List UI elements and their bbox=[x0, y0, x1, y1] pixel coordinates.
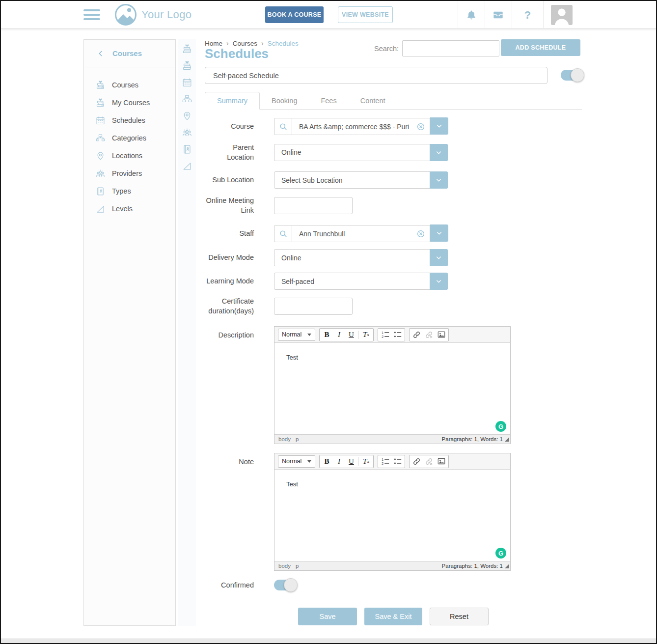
svg-text:2: 2 bbox=[382, 462, 383, 465]
bullet-list-button[interactable] bbox=[391, 329, 404, 341]
italic-button[interactable]: I bbox=[333, 455, 345, 468]
notifications-bell-icon[interactable] bbox=[465, 8, 478, 22]
link-button[interactable] bbox=[411, 455, 423, 468]
sidebar-item-types[interactable]: Types bbox=[84, 182, 175, 200]
numbered-list-button[interactable]: 12 bbox=[379, 329, 391, 341]
grammarly-icon[interactable]: G bbox=[495, 548, 506, 559]
tab-content[interactable]: Content bbox=[349, 92, 397, 110]
header-divider bbox=[485, 1, 485, 29]
remove-format-button[interactable]: Tx bbox=[360, 329, 372, 341]
rail-calendar-icon[interactable] bbox=[182, 77, 192, 88]
staff-dropdown-button[interactable] bbox=[430, 224, 448, 242]
format-select[interactable]: Normal bbox=[278, 329, 315, 341]
sidebar-back-header[interactable]: Courses bbox=[84, 40, 175, 67]
remove-format-button[interactable]: Tx bbox=[360, 455, 372, 468]
tab-summary[interactable]: Summary bbox=[205, 92, 260, 110]
bullet-list-button[interactable] bbox=[391, 455, 404, 468]
bold-button[interactable]: B bbox=[321, 329, 333, 341]
certificate-duration-input[interactable] bbox=[274, 298, 353, 315]
tab-booking[interactable]: Booking bbox=[260, 92, 309, 110]
path-body[interactable]: body bbox=[278, 436, 291, 442]
unlink-button[interactable] bbox=[423, 455, 435, 468]
bold-button[interactable]: B bbox=[321, 455, 333, 468]
sub-location-select[interactable]: Select Sub Location bbox=[274, 171, 448, 189]
rail-book-icon[interactable] bbox=[182, 144, 192, 155]
sub-location-dropdown-button[interactable] bbox=[430, 171, 448, 189]
delivery-mode-dropdown-button[interactable] bbox=[430, 249, 448, 266]
sidebar-item-schedules[interactable]: Schedules bbox=[84, 112, 175, 129]
toolbar-separator bbox=[358, 457, 359, 466]
underline-button[interactable]: U bbox=[345, 329, 357, 341]
path-body[interactable]: body bbox=[278, 563, 291, 569]
header-divider bbox=[458, 1, 458, 29]
course-dropdown-button[interactable] bbox=[430, 117, 448, 135]
element-path: body p bbox=[278, 563, 299, 569]
main-content: Home › Courses › Schedules Schedules Sea… bbox=[205, 39, 582, 634]
inbox-icon[interactable] bbox=[492, 8, 505, 22]
search-input[interactable] bbox=[402, 40, 499, 56]
rail-triangle-icon[interactable] bbox=[182, 161, 192, 171]
tab-fees[interactable]: Fees bbox=[309, 92, 348, 110]
rail-people-icon[interactable] bbox=[182, 127, 192, 138]
delivery-mode-label: Delivery Mode bbox=[205, 252, 254, 262]
sidebar-item-my-courses[interactable]: My Courses bbox=[84, 94, 175, 112]
rail-hierarchy-icon[interactable] bbox=[182, 94, 192, 105]
image-button[interactable] bbox=[435, 329, 447, 341]
italic-button[interactable]: I bbox=[333, 329, 345, 341]
confirmed-row: Confirmed bbox=[205, 580, 295, 590]
clear-selection-icon[interactable] bbox=[416, 229, 425, 238]
rail-map-pin-icon[interactable] bbox=[182, 111, 192, 121]
sidebar-item-categories[interactable]: Categories bbox=[84, 129, 175, 147]
rail-my-courses-icon[interactable] bbox=[182, 60, 192, 71]
help-icon[interactable]: ? bbox=[521, 8, 534, 22]
parent-location-dropdown-button[interactable] bbox=[430, 144, 448, 161]
grammarly-icon[interactable]: G bbox=[495, 421, 506, 432]
clear-selection-icon[interactable] bbox=[416, 122, 425, 131]
breadcrumb-schedules: Schedules bbox=[268, 40, 299, 47]
schedule-name-input[interactable] bbox=[205, 67, 548, 84]
staff-search-button[interactable] bbox=[274, 225, 292, 242]
image-button[interactable] bbox=[435, 455, 447, 468]
course-combo: BA Arts &amp; commerce $$$ - Puri bbox=[274, 118, 448, 135]
rail-courses-icon[interactable] bbox=[182, 44, 192, 55]
sidebar-item-providers[interactable]: Providers bbox=[84, 165, 175, 182]
sidebar-item-courses[interactable]: Courses bbox=[84, 76, 175, 94]
sidebar-item-levels[interactable]: Levels bbox=[84, 200, 175, 218]
learning-mode-dropdown-button[interactable] bbox=[430, 273, 448, 290]
parent-location-row: Parent Location Online bbox=[205, 142, 448, 163]
course-search-button[interactable] bbox=[274, 118, 292, 135]
resize-handle[interactable] bbox=[505, 564, 509, 568]
chevron-down-icon bbox=[435, 278, 442, 285]
online-meeting-link-input[interactable] bbox=[274, 197, 353, 214]
format-select[interactable]: Normal bbox=[278, 455, 315, 468]
save-button[interactable]: Save bbox=[298, 608, 357, 625]
learning-mode-select[interactable]: Self-paced bbox=[274, 273, 448, 290]
delivery-mode-select[interactable]: Online bbox=[274, 249, 448, 266]
save-and-exit-button[interactable]: Save & Exit bbox=[364, 608, 422, 625]
bottom-scroll-strip[interactable] bbox=[1, 639, 656, 643]
reset-button[interactable]: Reset bbox=[430, 608, 489, 625]
numbered-list-button[interactable]: 12 bbox=[379, 455, 391, 468]
staff-value-box[interactable]: Ann Trunchbull bbox=[292, 225, 430, 242]
path-p[interactable]: p bbox=[296, 436, 299, 442]
note-label: Note bbox=[205, 453, 254, 467]
insert-group bbox=[409, 455, 449, 468]
view-website-button[interactable]: VIEW WEBSITE bbox=[338, 6, 393, 23]
resize-handle[interactable] bbox=[505, 437, 509, 442]
add-schedule-button[interactable]: ADD SCHEDULE bbox=[501, 39, 580, 56]
link-button[interactable] bbox=[411, 329, 423, 341]
note-content[interactable]: Test bbox=[274, 470, 510, 561]
course-value-box[interactable]: BA Arts &amp; commerce $$$ - Puri bbox=[292, 118, 430, 135]
avatar[interactable] bbox=[551, 5, 573, 25]
underline-button[interactable]: U bbox=[345, 455, 357, 468]
description-content[interactable]: Test bbox=[274, 343, 510, 434]
book-a-course-button[interactable]: BOOK A COURSE bbox=[265, 6, 324, 23]
parent-location-select[interactable]: Online bbox=[274, 144, 448, 161]
sidebar-item-locations[interactable]: Locations bbox=[84, 147, 175, 165]
unlink-button[interactable] bbox=[423, 329, 435, 341]
path-p[interactable]: p bbox=[296, 563, 299, 569]
menu-toggle-icon[interactable] bbox=[83, 9, 100, 23]
confirmed-toggle[interactable] bbox=[274, 580, 295, 590]
schedule-active-toggle[interactable] bbox=[561, 70, 581, 81]
collapsed-icon-rail bbox=[178, 39, 196, 626]
